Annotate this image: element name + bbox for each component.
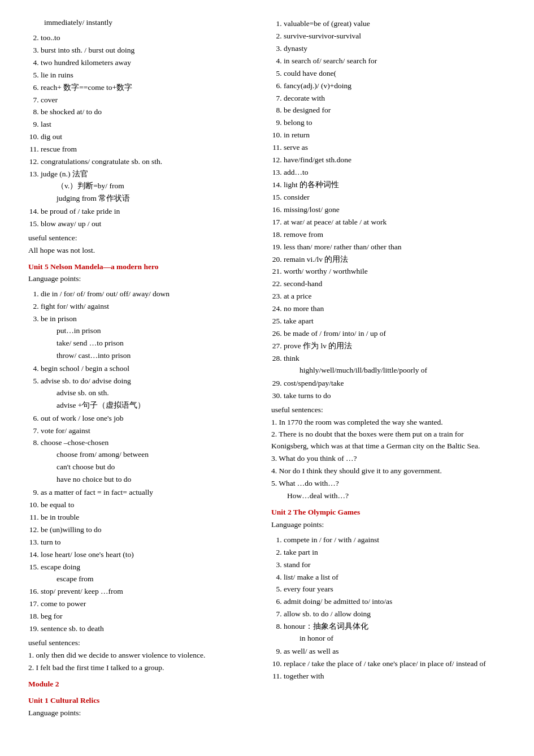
unit5-header: Unit 5 Nelson Mandela—a modern hero Lang…	[28, 261, 255, 286]
list-block-r1: valuable=be of (great) value survive-sur…	[271, 18, 503, 377]
list-item: congratulations/ congratulate sb. on sth…	[41, 156, 255, 168]
list-item: allow sb. to do / allow doing	[284, 608, 503, 620]
list-item: advise sb. to do/ advise doing advise sb…	[41, 375, 255, 412]
list-item: be (un)willing to do	[41, 524, 255, 536]
list-item: stand for	[284, 559, 503, 571]
lang-points-1: Language points:	[28, 273, 255, 285]
list-item: sentence sb. to death	[41, 623, 255, 635]
useful2-text-1: 1. only then did we decide to answer vio…	[28, 650, 255, 662]
list-item: survive-survivor-survival	[284, 31, 503, 42]
list-item: come to power	[41, 598, 255, 610]
advise-sub-2: advise +句子（虚拟语气）	[57, 400, 255, 412]
list-item: remain vi./lv 的用法	[284, 254, 503, 266]
unit2-header: Unit 2 The Olympic Games Language points…	[271, 507, 503, 531]
list-block-r4: as well/ as well as replace / take the p…	[271, 646, 503, 682]
list-item: in search of/ search/ search for	[284, 55, 503, 67]
list-item: dig out	[41, 131, 255, 143]
list-item: be designed for	[284, 105, 503, 116]
page: immediately/ instantly too..to burst int…	[0, 0, 534, 756]
list-block-2b: begin school / begin a school advise sb.…	[28, 363, 255, 412]
list-item: honour：抽象名词具体化 in honor of	[284, 621, 503, 645]
useful-r-label: useful sentences:	[271, 404, 503, 416]
intro-line-1: immediately/ instantly	[28, 17, 255, 29]
list-item: be made of / from/ into/ in / up of	[284, 328, 503, 340]
useful-r-1: 1. In 1770 the room was completed the wa…	[271, 417, 503, 429]
list-item: be in trouble	[41, 512, 255, 524]
list-block-1b: be proud of / take pride in blow away/ u…	[28, 206, 255, 230]
list-block-1: too..to burst into sth. / burst out doin…	[28, 32, 255, 205]
list-item: at war/ at peace/ at table / at work	[284, 217, 503, 228]
list-item: have/find/get sth.done	[284, 154, 503, 166]
list-block-2d: as a matter of fact = in fact= actually …	[28, 487, 255, 585]
list-item: judge (n.) 法官 （v.）判断=by/ from judging fr…	[41, 169, 255, 205]
useful-r-4: 4. Nor do I think they should give it to…	[271, 465, 503, 477]
list-item: take apart	[284, 316, 503, 327]
left-column: immediately/ instantly too..to burst int…	[23, 17, 266, 739]
list-item: could have done(	[284, 68, 503, 80]
list-item: two hundred kilometers away	[41, 57, 255, 69]
list-item: rescue from	[41, 144, 255, 155]
list-item: out of work / lose one's job	[41, 413, 255, 425]
list-item: think highly/well/much/ill/badly/little/…	[284, 353, 503, 377]
lang-points-2: Language points:	[28, 707, 255, 719]
intro-block: immediately/ instantly	[28, 17, 255, 29]
lang-points-r: Language points:	[271, 519, 503, 531]
list-item: in return	[284, 129, 503, 141]
list-block-2: die in / for/ of/ from/ out/ off/ away/ …	[28, 288, 255, 362]
useful-r-2: 2. There is no doubt that the boxes were…	[271, 429, 503, 452]
right-column: valuable=be of (great) value survive-sur…	[266, 17, 509, 739]
list-item: burst into sth. / burst out doing	[41, 45, 255, 57]
list-item: fight for/ with/ against	[41, 301, 255, 313]
list-block-2c: out of work / lose one's job vote for/ a…	[28, 413, 255, 486]
list-item: valuable=be of (great) value	[284, 18, 503, 30]
list-item: blow away/ up / out	[41, 218, 255, 230]
list-item: be in prison put…in prison take/ send …t…	[41, 313, 255, 362]
list-item: dynasty	[284, 43, 503, 55]
list-item: be equal to	[41, 499, 255, 511]
list-item: less than/ more/ rather than/ other than	[284, 241, 503, 253]
list-item: last	[41, 119, 255, 131]
list-item: no more than	[284, 303, 503, 315]
list-item: too..to	[41, 32, 255, 44]
list-item: take turns to do	[284, 390, 503, 402]
list-item: lose heart/ lose one's heart (to)	[41, 549, 255, 561]
list-item: remove from	[284, 229, 503, 241]
list-item: prove 作为 lv 的用法	[284, 340, 503, 352]
judge-sub-1: （v.）判断=by/ from	[57, 180, 255, 192]
useful2-label: useful sentences:	[28, 637, 255, 649]
useful-sentence-2: useful sentences: 1. only then did we de…	[28, 637, 255, 674]
list-item: choose –chose-chosen choose from/ among/…	[41, 437, 255, 486]
useful2-text-2: 2. I felt bad the first time I talked to…	[28, 662, 255, 674]
useful-sentence-r: useful sentences: 1. In 1770 the room wa…	[271, 404, 503, 502]
honour-sub: in honor of	[299, 633, 503, 645]
useful-r-3: 3. What do you think of …?	[271, 453, 503, 465]
list-item: every four years	[284, 584, 503, 595]
list-item: cover	[41, 94, 255, 106]
list-item: admit doing/ be admitted to/ into/as	[284, 596, 503, 608]
list-item: turn to	[41, 537, 255, 548]
list-item: missing/lost/ gone	[284, 204, 503, 216]
list-item: be shocked at/ to do	[41, 106, 255, 118]
list-item: decorate with	[284, 93, 503, 105]
list-block-2e: stop/ prevent/ keep …from come to power …	[28, 586, 255, 635]
useful-r-6: How…deal with…?	[271, 490, 503, 502]
list-item: take part in	[284, 547, 503, 559]
list-item: worth/ worthy / worthwhile	[284, 266, 503, 278]
prison-sub-3: throw/ cast…into prison	[57, 350, 255, 362]
list-item: be proud of / take pride in	[41, 206, 255, 218]
list-block-r3: compete in / for / with / against take p…	[271, 534, 503, 645]
unit2-title: Unit 2 The Olympic Games	[271, 507, 503, 519]
list-item: escape doing escape from	[41, 561, 255, 585]
unit1-title: Unit 1 Cultural Relics	[28, 695, 255, 707]
list-item: compete in / for / with / against	[284, 534, 503, 546]
list-item: list/ make a list of	[284, 572, 503, 584]
list-item: stop/ prevent/ keep …from	[41, 586, 255, 598]
useful-r-5: 5. What …do with…?	[271, 478, 503, 490]
list-item: vote for/ against	[41, 425, 255, 437]
useful-sentence-1: useful sentence: All hope was not lost.	[28, 232, 255, 257]
list-item: die in / for/ of/ from/ out/ off/ away/ …	[41, 288, 255, 300]
list-item: second-hand	[284, 278, 503, 290]
unit5-title: Unit 5 Nelson Mandela—a modern hero	[28, 261, 255, 273]
list-item: begin school / begin a school	[41, 363, 255, 375]
list-item: reach+ 数字==come to+数字	[41, 82, 255, 94]
